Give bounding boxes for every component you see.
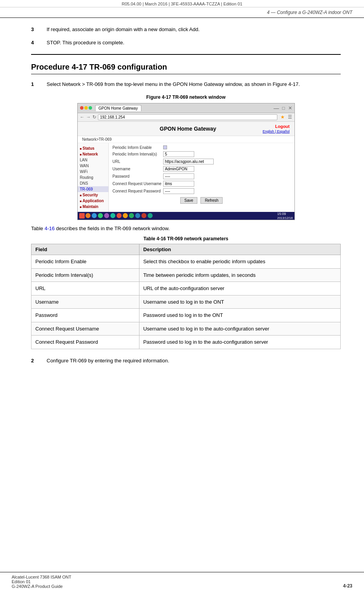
close-btn[interactable] [80,106,84,110]
taskbar-icon-4[interactable] [104,213,109,218]
checkbox-periodic-inform-enable[interactable] [163,145,167,149]
form-row-pie: Periodic Inform Enable [113,145,291,150]
form-row-cr-username: Connect Request Username itms [113,181,291,187]
input-periodic-inform-interval[interactable]: 5 [163,151,194,157]
date-display: 2013/12/18 [277,216,293,220]
menu-icon[interactable]: ☰ [288,114,292,120]
sidebar-item-status[interactable]: Status [78,145,108,151]
table-row: PasswordPassword used to log in to the O… [31,309,341,322]
table-description: Table 4-16 describes the fields in the T… [31,225,341,233]
back-button[interactable]: ← [80,114,85,120]
start-button[interactable] [79,213,85,219]
cell-description: Password used to log in to the ONT [139,309,340,322]
footer-edition: Edition 01 [12,579,71,584]
taskbar-icons [85,213,153,218]
sidebar-item-application[interactable]: Application [78,198,108,204]
taskbar-icon-8[interactable] [129,213,134,218]
taskbar-icon-5[interactable] [110,213,115,218]
window-controls [80,106,92,110]
x-icon[interactable]: ✕ [288,105,292,111]
header-text: R05.04.00 | March 2016 | 3FE-45933-AAAA-… [122,2,242,6]
chapter-title-bar: 4 — Configure a G-240WZ-A indoor ONT [0,7,364,18]
address-bar[interactable]: 192.168.1.254 [98,114,277,120]
taskbar-icon-6[interactable] [117,213,122,218]
step-3-text: If required, associate an origin domain … [47,26,341,33]
time-display: 15:09 [277,212,286,216]
taskbar-icon-3[interactable] [98,213,103,218]
save-button[interactable]: Save [180,197,198,204]
table-row: Periodic Inform EnableSelect this checkb… [31,255,341,269]
form-row-cr-password: Connect Request Password ---- [113,188,291,194]
table-row: Connect Request UsernameUsername used to… [31,322,341,336]
language-selector[interactable]: English | Español [263,129,289,133]
label-username: Username [113,167,163,171]
label-cr-username: Connect Request Username [113,182,163,186]
section-divider [31,54,341,55]
gpon-header: GPON Home Gateway Logout English | Españ… [78,122,294,136]
step-4-text: STOP. This procedure is complete. [47,39,341,47]
table-caption: Table 4-16 TR-069 network parameters [31,236,341,241]
table-link[interactable]: 4-16 [45,226,55,231]
main-content: 3 If required, associate an origin domai… [0,18,364,378]
input-password[interactable]: ---- [163,173,194,179]
figure-caption: Figure 4-17 TR-069 network window [31,94,341,100]
taskbar-icon-2[interactable] [92,213,97,218]
maximize-icon[interactable]: □ [282,105,285,111]
table-row: UsernameUsername used to log in to the O… [31,295,341,309]
gpon-form: Periodic Inform Enable Periodic Inform I… [109,143,294,212]
browser-tab[interactable]: GPON Home Gateway [95,105,141,111]
cell-field: Connect Request Username [31,322,139,336]
sidebar-item-tr069[interactable]: TR-069 [78,186,108,192]
cell-description: URL of the auto-configuration server [139,282,340,296]
sidebar-item-wifi[interactable]: WiFi [78,169,108,175]
cell-field: Username [31,295,139,309]
input-url[interactable]: https://acsgpon.alu.net [163,159,214,164]
sidebar-item-routing[interactable]: Routing [78,175,108,180]
label-cr-password: Connect Request Password [113,189,163,193]
chapter-title: 4 — Configure a G-240WZ-A indoor ONT [267,10,352,15]
input-cr-password[interactable]: ---- [163,188,194,194]
form-row-password: Password ---- [113,173,291,179]
cell-description: Username used to log in to the ONT [139,295,340,309]
footer-page-number: 4-23 [343,583,352,589]
sidebar-item-wan[interactable]: WAN [78,163,108,169]
maximize-btn[interactable] [89,106,92,110]
cell-description: Select this checkbox to enable periodic … [139,255,340,269]
star-icon[interactable]: ★ [280,114,285,120]
step-4-num: 4 [31,39,47,47]
input-username[interactable]: AdminGPON [163,166,194,172]
cell-field: URL [31,282,139,296]
logout-link[interactable]: Logout [275,124,289,129]
sidebar-item-security[interactable]: Security [78,192,108,198]
step-2-num: 2 [31,357,47,365]
page-header: R05.04.00 | March 2016 | 3FE-45933-AAAA-… [0,0,364,7]
minimize-btn[interactable] [84,106,88,110]
sidebar-item-network[interactable]: Network [78,151,108,157]
refresh-button[interactable]: Refresh [200,197,223,204]
step-2-text: Configure TR-069 by entering the require… [47,357,341,365]
params-table: Field Description Periodic Inform Enable… [31,244,341,349]
reload-button[interactable]: ↻ [92,114,96,120]
table-row: URLURL of the auto-configuration server [31,282,341,296]
taskbar-icon-1[interactable] [85,213,91,218]
sidebar-item-dns[interactable]: DNS [78,180,108,186]
cell-description: Username used to log in to the auto-conf… [139,322,340,336]
forward-button[interactable]: → [86,114,91,120]
input-cr-username[interactable]: itms [163,181,194,187]
breadcrumb: Network>TR-069 [78,136,294,143]
step-1-num: 1 [31,80,47,88]
gpon-sidebar: Status Network LAN WAN WiFi Routing DNS … [78,143,109,212]
sidebar-item-lan[interactable]: LAN [78,157,108,163]
sidebar-item-maintain[interactable]: Maintain [78,204,108,210]
page-footer: Alcatel-Lucent 7368 ISAM ONT Edition 01 … [0,572,364,591]
taskbar-icon-9[interactable] [135,213,140,218]
taskbar-icon-10[interactable] [141,213,146,218]
taskbar-start [79,213,153,219]
procedure-heading: Procedure 4-17 TR-069 configuration [31,63,341,74]
taskbar-icon-11[interactable] [148,213,153,218]
browser-chrome: GPON Home Gateway — □ ✕ [78,103,294,113]
taskbar-icon-7[interactable] [123,213,128,218]
minimize-icon[interactable]: — [273,105,279,111]
col-field: Field [31,244,139,255]
step-2: 2 Configure TR-069 by entering the requi… [31,357,341,365]
